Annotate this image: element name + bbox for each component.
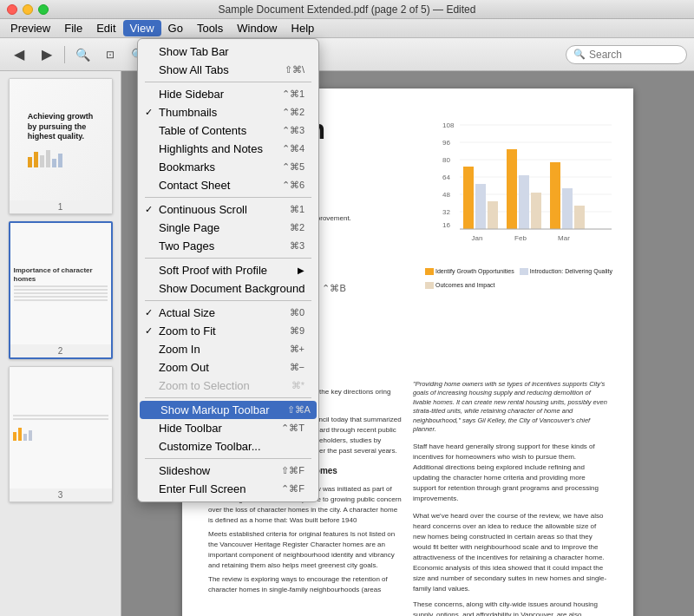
menu-bar: Preview File Edit View Go Tools Window H… xyxy=(0,19,694,38)
menu-item-enter-full-screen[interactable]: Enter Full Screen ⌃⌘F xyxy=(138,480,318,498)
forward-button[interactable]: ▶ xyxy=(35,43,59,67)
sep-5 xyxy=(145,397,311,398)
zoom-fit-button[interactable]: ⊡ xyxy=(98,43,122,67)
menu-shortcut-contact-sheet: ⌃⌘6 xyxy=(265,180,304,191)
pdf-col-right: "Providing home owners with se types of … xyxy=(413,380,607,616)
search-input[interactable] xyxy=(589,49,679,61)
menu-label-show-doc-bg: Show Document Background xyxy=(159,282,304,295)
svg-text:Jan: Jan xyxy=(472,234,483,242)
menu-item-show-markup-toolbar[interactable]: Show Markup Toolbar ⇧⌘A xyxy=(140,401,317,419)
back-button[interactable]: ◀ xyxy=(7,43,31,67)
menu-item-table-of-contents[interactable]: Table of Contents ⌃⌘3 xyxy=(138,121,318,140)
svg-text:Mar: Mar xyxy=(558,234,570,242)
menu-help[interactable]: Help xyxy=(285,20,322,36)
menu-view[interactable]: View xyxy=(123,20,161,36)
thumbnail-page-3[interactable]: 3 xyxy=(9,366,113,502)
menu-label-enter-full-screen: Enter Full Screen xyxy=(159,482,246,495)
sep-3 xyxy=(145,258,311,259)
menu-item-continuous-scroll[interactable]: Continuous Scroll ⌘1 xyxy=(138,200,318,219)
menu-shortcut-actual-size: ⌘0 xyxy=(272,307,304,318)
close-button[interactable] xyxy=(7,4,17,15)
menu-shortcut-show-doc-bg: ⌃⌘B xyxy=(304,283,345,294)
search-icon: 🔍 xyxy=(573,49,586,60)
svg-rect-16 xyxy=(488,201,498,229)
menu-item-slideshow[interactable]: Slideshow ⇧⌘F xyxy=(138,462,318,480)
menu-item-actual-size[interactable]: Actual Size ⌘0 xyxy=(138,304,318,322)
svg-text:108: 108 xyxy=(442,121,455,129)
thumb-preview-2: Importance of character homes xyxy=(10,223,111,344)
svg-rect-14 xyxy=(463,167,474,229)
menu-label-table-of-contents: Table of Contents xyxy=(159,124,246,137)
menu-label-hide-sidebar: Hide Sidebar xyxy=(159,88,224,101)
menu-shortcut-highlights: ⌃⌘4 xyxy=(265,143,304,154)
menu-window[interactable]: Window xyxy=(230,20,284,36)
menu-edit[interactable]: Edit xyxy=(89,20,122,36)
svg-rect-20 xyxy=(550,162,560,229)
menu-label-bookmarks: Bookmarks xyxy=(159,161,215,174)
sidebar: Achieving growthby pursuing thehighest q… xyxy=(0,71,121,616)
menu-item-zoom-to-selection[interactable]: Zoom to Selection ⌘* xyxy=(138,377,318,395)
menu-label-hide-toolbar: Hide Toolbar xyxy=(159,422,222,435)
submenu-arrow-soft-proof: ▶ xyxy=(298,265,304,275)
menu-shortcut-toc: ⌃⌘3 xyxy=(265,125,304,136)
pdf-section-body2: Meets established criteria for original … xyxy=(208,529,403,571)
menu-item-show-doc-bg[interactable]: Show Document Background ⌃⌘B xyxy=(138,279,318,298)
title-bar: Sample Document Extended.pdf (page 2 of … xyxy=(0,0,694,19)
minimize-button[interactable] xyxy=(23,4,33,15)
menu-item-zoom-out[interactable]: Zoom Out ⌘− xyxy=(138,358,318,377)
menu-label-zoom-in: Zoom In xyxy=(159,343,200,356)
svg-rect-21 xyxy=(562,188,573,229)
svg-text:48: 48 xyxy=(442,191,450,199)
menu-label-customize-toolbar: Customize Toolbar... xyxy=(159,440,261,453)
maximize-button[interactable] xyxy=(38,4,49,15)
menu-file[interactable]: File xyxy=(57,20,89,36)
menu-shortcut-markup: ⇧⌘A xyxy=(270,404,311,416)
menu-preview[interactable]: Preview xyxy=(3,20,57,36)
sep-2 xyxy=(145,197,311,198)
window-title: Sample Document Extended.pdf (page 2 of … xyxy=(219,3,476,16)
pdf-section-body3: The review is exploring ways to encourag… xyxy=(208,574,403,595)
menu-item-contact-sheet[interactable]: Contact Sheet ⌃⌘6 xyxy=(138,176,318,194)
menu-item-bookmarks[interactable]: Bookmarks ⌃⌘5 xyxy=(138,158,318,176)
menu-item-thumbnails[interactable]: Thumbnails ⌃⌘2 xyxy=(138,103,318,121)
thumb-preview-1: Achieving growthby pursuing thehighest q… xyxy=(10,79,112,200)
menu-item-single-page[interactable]: Single Page ⌘2 xyxy=(138,219,318,237)
menu-shortcut-zoom-to-fit: ⌘9 xyxy=(272,325,304,337)
menu-label-contact-sheet: Contact Sheet xyxy=(159,179,230,192)
menu-item-show-tab-bar[interactable]: Show Tab Bar xyxy=(138,43,318,61)
menu-item-zoom-in[interactable]: Zoom In ⌘+ xyxy=(138,340,318,358)
menu-item-show-all-tabs[interactable]: Show All Tabs ⇧⌘\ xyxy=(138,61,318,79)
svg-text:96: 96 xyxy=(442,139,450,147)
menu-item-zoom-to-fit[interactable]: Zoom to Fit ⌘9 xyxy=(138,322,318,340)
menu-item-soft-proof[interactable]: Soft Proof with Profile ▶ xyxy=(138,261,318,279)
menu-shortcut-continuous: ⌘1 xyxy=(272,204,304,215)
menu-label-show-tab-bar: Show Tab Bar xyxy=(159,45,229,58)
menu-shortcut-bookmarks: ⌃⌘5 xyxy=(265,161,304,173)
menu-label-zoom-to-fit: Zoom to Fit xyxy=(159,324,216,337)
svg-text:16: 16 xyxy=(442,221,450,229)
search-box[interactable]: 🔍 xyxy=(566,45,687,64)
svg-text:64: 64 xyxy=(442,174,450,181)
menu-tools[interactable]: Tools xyxy=(190,20,230,36)
menu-item-hide-sidebar[interactable]: Hide Sidebar ⌃⌘1 xyxy=(138,85,318,103)
svg-rect-22 xyxy=(574,206,585,229)
pdf-right-body3: These concerns, along with city-wide iss… xyxy=(413,600,607,616)
zoom-out-button[interactable]: 🔍 xyxy=(70,43,95,67)
menu-shortcut-full-screen: ⌃⌘F xyxy=(264,483,304,495)
menu-shortcut-two-pages: ⌘3 xyxy=(272,240,304,252)
toolbar: ◀ ▶ 🔍 ⊡ 🔍 ⬆ ✒ ⬡ 🔍 xyxy=(0,38,694,71)
thumbnail-page-1[interactable]: Achieving growthby pursuing thehighest q… xyxy=(9,78,113,214)
sep-4 xyxy=(145,300,311,301)
pdf-chart: 108 96 80 64 48 32 16 xyxy=(425,106,616,262)
menu-item-hide-toolbar[interactable]: Hide Toolbar ⌃⌘T xyxy=(138,419,318,437)
svg-rect-18 xyxy=(519,175,529,229)
menu-shortcut-zoom-to-sel: ⌘* xyxy=(274,380,304,391)
menu-go[interactable]: Go xyxy=(161,20,190,36)
menu-item-customize-toolbar[interactable]: Customize Toolbar... xyxy=(138,437,318,455)
menu-shortcut-zoom-in: ⌘+ xyxy=(272,344,304,355)
menu-shortcut-thumbnails: ⌃⌘2 xyxy=(265,107,304,118)
menu-item-highlights-notes[interactable]: Highlights and Notes ⌃⌘4 xyxy=(138,140,318,158)
menu-shortcut-single-page: ⌘2 xyxy=(272,222,304,233)
thumbnail-page-2[interactable]: Importance of character homes 2 xyxy=(9,221,113,359)
menu-item-two-pages[interactable]: Two Pages ⌘3 xyxy=(138,237,318,255)
